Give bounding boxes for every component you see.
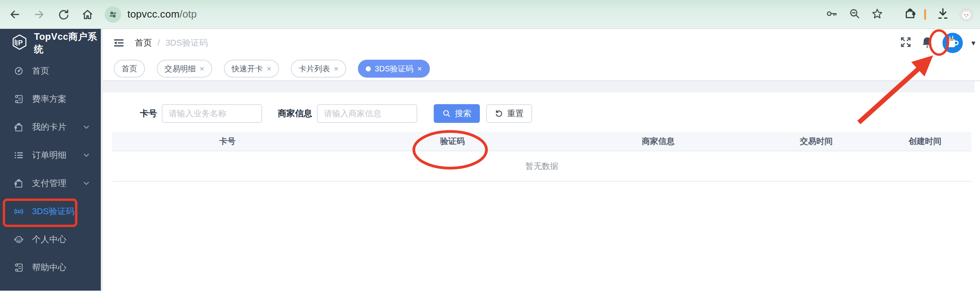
search-button[interactable]: 搜索 — [434, 104, 480, 123]
toolbar-orange-divider — [924, 9, 926, 20]
col-merchant-info: 商家信息 — [562, 136, 754, 147]
otp-table: 卡号 验证码 商家信息 交易时间 创建时间 暂无数据 — [112, 132, 971, 182]
scroll-icon — [13, 262, 25, 273]
tab-label: 交易明细 — [165, 64, 196, 74]
sidebar-item-my-cards[interactable]: 我的卡片 — [0, 113, 101, 141]
sidebar-item-label: 首页 — [32, 65, 49, 77]
tab-quick-card[interactable]: 快速开卡× — [224, 60, 279, 78]
sidebar-item-3ds-otp[interactable]: 3DS验证码 — [0, 197, 101, 225]
page-background-band — [103, 81, 975, 92]
reset-button[interactable]: 重置 — [486, 104, 532, 123]
active-dot-icon — [366, 66, 371, 71]
downloads-icon[interactable] — [936, 7, 950, 22]
refresh-icon[interactable] — [57, 8, 70, 21]
content-card: 卡号 商家信息 搜索 重置 卡号 验证码 商家信息 交易时间 — [103, 104, 980, 182]
merchant-info-input[interactable] — [317, 104, 417, 123]
col-card-number: 卡号 — [112, 136, 342, 147]
chevron-down-icon — [82, 151, 91, 160]
sidebar-item-help-center[interactable]: 帮助中心 — [0, 254, 101, 282]
svg-text:P: P — [18, 39, 23, 47]
back-icon[interactable] — [9, 8, 21, 21]
close-icon[interactable]: × — [200, 64, 204, 73]
browser-toolbar: topvcc.com/otp — [0, 0, 980, 29]
close-icon[interactable]: × — [267, 64, 272, 73]
card-number-input[interactable] — [162, 104, 262, 123]
breadcrumb-current: 3DS验证码 — [165, 37, 208, 49]
search-form: 卡号 商家信息 搜索 重置 — [140, 104, 980, 123]
close-icon[interactable]: × — [334, 64, 338, 73]
fold-menu-icon[interactable] — [113, 37, 125, 49]
reset-button-label: 重置 — [507, 108, 524, 119]
forward-icon[interactable] — [33, 8, 45, 21]
scroll-icon — [13, 94, 25, 105]
chevron-down-icon — [82, 123, 91, 131]
fullscreen-icon[interactable] — [900, 36, 912, 50]
refresh-icon — [495, 109, 503, 118]
table-header-row: 卡号 验证码 商家信息 交易时间 创建时间 — [112, 132, 971, 151]
caret-down-icon[interactable]: ▾ — [971, 39, 975, 47]
logo-cube-icon: P — [11, 34, 28, 52]
col-otp-code: 验证码 — [342, 136, 562, 147]
chevron-down-icon — [82, 179, 91, 188]
sidebar-item-label: 支付管理 — [32, 177, 66, 189]
sidebar-item-label: 3DS验证码 — [32, 206, 75, 217]
passwords-key-icon[interactable] — [826, 7, 838, 21]
merchant-info-label: 商家信息 — [278, 108, 312, 119]
address-bar-url[interactable]: topvcc.com/otp — [127, 8, 197, 20]
robot-face-icon — [13, 234, 25, 245]
sidebar-item-home[interactable]: 首页 — [0, 57, 101, 85]
breadcrumb-root[interactable]: 首页 — [135, 37, 152, 49]
broadcast-otp-icon — [13, 206, 25, 217]
col-transaction-time: 交易时间 — [754, 136, 879, 147]
search-icon — [442, 109, 451, 118]
breadcrumb-separator: / — [157, 38, 160, 48]
sidebar-item-label: 帮助中心 — [32, 262, 66, 273]
sidebar-item-label: 我的卡片 — [32, 121, 66, 133]
sidebar-item-personal-center[interactable]: 个人中心 — [0, 225, 101, 254]
sidebar-item-label: 个人中心 — [32, 234, 66, 245]
empty-state: 暂无数据 — [112, 151, 971, 182]
list-icon — [13, 150, 25, 161]
search-button-label: 搜索 — [455, 108, 471, 119]
tab-label: 3DS验证码 — [375, 64, 413, 74]
notification-bell-icon[interactable] — [921, 35, 934, 50]
sidebar-item-label: 费率方案 — [32, 93, 66, 105]
breadcrumb: 首页 / 3DS验证码 — [135, 37, 208, 49]
sidebar-item-rate-plans[interactable]: 费率方案 — [0, 85, 101, 113]
bookmark-star-icon[interactable] — [871, 7, 883, 21]
tab-3ds-otp[interactable]: 3DS验证码× — [358, 60, 430, 78]
sidebar-item-payment-management[interactable]: 支付管理 — [0, 169, 101, 197]
sidebar-item-label: 订单明细 — [32, 149, 66, 161]
puzzle-icon — [13, 178, 25, 189]
home-icon[interactable] — [81, 8, 94, 21]
tab-card-list[interactable]: 卡片列表× — [291, 60, 346, 78]
tab-transaction-details[interactable]: 交易明细× — [157, 60, 212, 78]
tab-label: 首页 — [122, 64, 137, 74]
dashboard-icon — [13, 66, 25, 76]
main-area: 首页 / 3DS验证码 ▾ 首页 交易明细× 快速开卡× 卡片列表× 3DS验证… — [101, 29, 980, 291]
card-number-label: 卡号 — [140, 108, 157, 119]
puzzle-icon — [13, 122, 25, 133]
col-created-time: 创建时间 — [878, 136, 971, 147]
app-header: 首页 / 3DS验证码 ▾ — [103, 29, 980, 57]
extensions-icon[interactable] — [904, 7, 916, 21]
user-avatar[interactable] — [942, 33, 963, 53]
sidebar: P TopVcc商户系统 首页 费率方案 我的卡片 订单明细 支付管理 — [0, 29, 101, 291]
browser-profile-avatar[interactable] — [959, 7, 974, 22]
close-icon[interactable]: × — [417, 64, 422, 73]
url-path: /otp — [180, 8, 197, 20]
sidebar-item-order-details[interactable]: 订单明细 — [0, 141, 101, 169]
zoom-out-icon[interactable] — [848, 7, 861, 21]
app-logo: P TopVcc商户系统 — [0, 29, 101, 57]
empty-text: 暂无数据 — [526, 161, 558, 172]
tab-home[interactable]: 首页 — [114, 60, 145, 78]
tab-label: 卡片列表 — [299, 64, 330, 74]
tab-label: 快速开卡 — [232, 64, 263, 74]
url-host: topvcc.com — [127, 8, 180, 20]
site-info-icon[interactable] — [105, 6, 121, 23]
app-title: TopVcc商户系统 — [34, 30, 101, 55]
tag-view-bar: 首页 交易明细× 快速开卡× 卡片列表× 3DS验证码× — [103, 57, 980, 81]
